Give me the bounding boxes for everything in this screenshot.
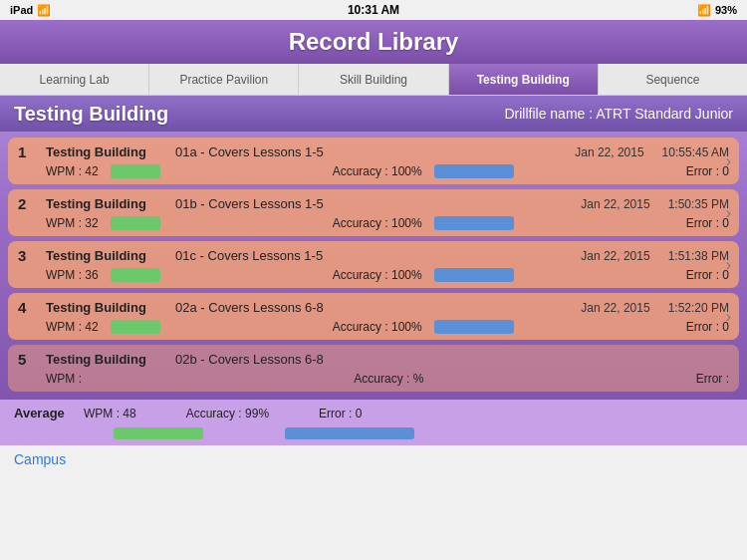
record-num-4: 4 (18, 299, 36, 316)
chevron-icon-2: › (726, 204, 731, 222)
average-error-label: Error : 0 (319, 407, 362, 420)
record-num-5: 5 (18, 351, 36, 368)
tab-practice-pavilion[interactable]: Practice Pavilion (149, 64, 299, 95)
average-bar: Average WPM : 48 Accuracy : 99% Error : … (0, 400, 747, 445)
accuracy-bar-2 (434, 216, 514, 230)
tab-sequence[interactable]: Sequence (599, 64, 747, 95)
status-time: 10:31 AM (348, 3, 399, 17)
record-name-1: Testing Building (46, 144, 165, 159)
accuracy-bar-4 (434, 320, 514, 334)
tab-skill-building[interactable]: Skill Building (299, 64, 448, 95)
battery-label: 93% (715, 4, 737, 16)
record-name-3: Testing Building (46, 248, 165, 263)
record-desc-1: 01a - Covers Lessons 1-5 (175, 144, 565, 159)
average-wpm-label: WPM : 48 (84, 407, 136, 420)
chevron-icon-4: › (726, 308, 731, 326)
record-wpm-2: WPM : 32 (46, 216, 99, 230)
record-accuracy-2: Accuracy : 100% (333, 216, 422, 230)
record-time-1: 10:55:45 AM (662, 145, 729, 159)
record-name-2: Testing Building (46, 196, 165, 211)
record-time-3: 1:51:38 PM (668, 249, 729, 263)
record-accuracy-4: Accuracy : 100% (333, 320, 422, 334)
record-desc-5: 02b - Covers Lessons 6-8 (175, 352, 701, 367)
status-left: iPad 📶 (10, 4, 51, 17)
wpm-bar-3 (111, 268, 160, 282)
app-title: Record Library (289, 28, 459, 56)
record-desc-4: 02a - Covers Lessons 6-8 (175, 300, 571, 315)
record-row-4[interactable]: 4 Testing Building 02a - Covers Lessons … (8, 293, 739, 340)
record-name-4: Testing Building (46, 300, 165, 315)
app-header: Record Library (0, 20, 747, 64)
record-list: 1 Testing Building 01a - Covers Lessons … (0, 132, 747, 398)
tab-bar: Learning Lab Practice Pavilion Skill Bui… (0, 64, 747, 96)
content-area: Testing Building Drillfile name : ATRT S… (0, 96, 747, 445)
drillfile-name: Drillfile name : ATRT Standard Junior (504, 106, 733, 122)
ipad-label: iPad (10, 4, 33, 16)
accuracy-bar-3 (434, 268, 514, 282)
average-accuracy-bar (285, 427, 414, 439)
record-row-1[interactable]: 1 Testing Building 01a - Covers Lessons … (8, 138, 739, 184)
record-num-3: 3 (18, 247, 36, 264)
wpm-bar-1 (111, 164, 160, 178)
chevron-icon-1: › (726, 152, 731, 170)
record-date-4: Jan 22, 2015 (581, 301, 649, 315)
tab-testing-building[interactable]: Testing Building (449, 64, 599, 95)
record-time-2: 1:50:35 PM (668, 197, 729, 211)
record-error-1: Error : 0 (686, 164, 729, 178)
bluetooth-icon: 📶 (697, 4, 711, 17)
record-date-3: Jan 22, 2015 (581, 249, 649, 263)
record-row-2[interactable]: 2 Testing Building 01b - Covers Lessons … (8, 189, 739, 236)
record-date-2: Jan 22, 2015 (581, 197, 649, 211)
record-row-5[interactable]: 5 Testing Building 02b - Covers Lessons … (8, 345, 739, 392)
tab-learning-lab[interactable]: Learning Lab (0, 64, 149, 95)
record-error-2: Error : 0 (686, 216, 729, 230)
record-num-1: 1 (18, 143, 36, 160)
status-right: 📶 93% (697, 4, 737, 17)
record-wpm-5: WPM : (46, 372, 82, 386)
wpm-bar-4 (111, 320, 160, 334)
campus-link[interactable]: Campus (14, 451, 66, 467)
record-wpm-1: WPM : 42 (46, 164, 99, 178)
record-desc-2: 01b - Covers Lessons 1-5 (175, 196, 571, 211)
record-error-5: Error : (696, 372, 729, 386)
record-accuracy-3: Accuracy : 100% (333, 268, 422, 282)
chevron-icon-3: › (726, 256, 731, 274)
wifi-icon: 📶 (37, 4, 51, 17)
accuracy-bar-1 (434, 164, 514, 178)
record-name-5: Testing Building (46, 352, 165, 367)
record-accuracy-5: Accuracy : % (354, 372, 423, 386)
record-row-3[interactable]: 3 Testing Building 01c - Covers Lessons … (8, 241, 739, 288)
average-wpm-bar (114, 427, 203, 439)
status-bar: iPad 📶 10:31 AM 📶 93% (0, 0, 747, 20)
record-error-3: Error : 0 (686, 268, 729, 282)
record-error-4: Error : 0 (686, 320, 729, 334)
average-label: Average (14, 406, 84, 420)
record-time-4: 1:52:20 PM (668, 301, 729, 315)
footer: Campus (0, 445, 747, 473)
record-wpm-3: WPM : 36 (46, 268, 99, 282)
average-accuracy-label: Accuracy : 99% (186, 407, 269, 420)
record-num-2: 2 (18, 195, 36, 212)
record-date-1: Jan 22, 2015 (575, 145, 643, 159)
wpm-bar-2 (111, 216, 160, 230)
section-title: Testing Building (14, 103, 168, 126)
record-accuracy-1: Accuracy : 100% (333, 164, 422, 178)
record-desc-3: 01c - Covers Lessons 1-5 (175, 248, 571, 263)
record-wpm-4: WPM : 42 (46, 320, 99, 334)
section-header: Testing Building Drillfile name : ATRT S… (0, 96, 747, 132)
